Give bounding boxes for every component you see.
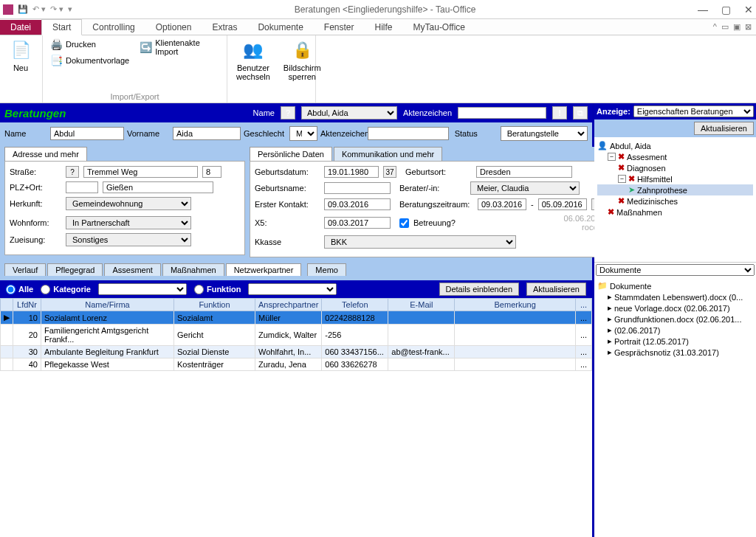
zeitraum-bis-input[interactable] (538, 198, 587, 210)
tree-zahnprothese[interactable]: ➤Zahnprothese (597, 184, 753, 195)
header-az-input[interactable] (458, 107, 546, 119)
qat-undo-icon[interactable]: ↶ ▾ (32, 4, 46, 14)
gebname-input[interactable] (324, 182, 391, 194)
kontakt-input[interactable] (324, 198, 391, 210)
maximize-icon[interactable]: ▢ (721, 4, 731, 15)
form-vorname-input[interactable] (173, 127, 241, 140)
dokumente-select[interactable]: Dokumente (596, 264, 755, 276)
delete-icon[interactable]: ✖ (618, 163, 625, 173)
filter-alle-radio[interactable] (6, 285, 16, 294)
tab-controlling[interactable]: Controlling (82, 20, 145, 35)
tab-adresse[interactable]: Adresse und mehr (4, 147, 87, 161)
dokumentvorlage-button[interactable]: 📑Dokumentvorlage (49, 53, 131, 68)
tab-optionen[interactable]: Optionen (145, 20, 202, 35)
tree-diagnosen[interactable]: ✖Diagnosen (597, 162, 753, 173)
gebdatum-input[interactable] (324, 166, 379, 178)
subtab-verlauf[interactable]: Verlauf (4, 263, 46, 276)
subtab-massnahmen[interactable]: Maßnahmen (162, 263, 224, 276)
file-tab[interactable]: Datei (0, 20, 41, 35)
header-name-select[interactable]: Abdul, Aida (301, 106, 397, 119)
benutzer-wechseln-button[interactable]: 👥Benutzer wechseln (233, 37, 273, 83)
anzeige-select[interactable]: Eigenschaften Beratungen (633, 105, 754, 117)
tree-assesment[interactable]: −✖Assesment (597, 151, 753, 162)
form-az-input[interactable] (368, 127, 449, 140)
table-row[interactable]: 40 Pflegekasse West Kostenträger Zuradu,… (1, 358, 592, 371)
kkasse-select[interactable]: BKK (324, 235, 516, 249)
org-chart-button[interactable]: ⧉ (573, 106, 588, 119)
az-alert-button[interactable]: ! (552, 106, 567, 119)
gebort-input[interactable] (476, 166, 572, 178)
tab-dokumente[interactable]: Dokumente (247, 20, 313, 35)
tree-massnahmen[interactable]: ✖Maßnahmen (597, 207, 753, 218)
strasse-input[interactable] (83, 166, 198, 178)
table-row[interactable]: 20 Familiengericht Amtgsgericht Frankf..… (1, 325, 592, 346)
strasse-help-button[interactable]: ? (66, 166, 79, 178)
doc-item[interactable]: ▸(02.06.2017) (597, 325, 753, 336)
zeitraum-von-input[interactable] (478, 198, 526, 210)
delete-icon[interactable]: ✖ (618, 196, 625, 206)
form-name-input[interactable] (50, 127, 124, 140)
tab-fenster[interactable]: Fenster (314, 20, 365, 35)
col-funktion[interactable]: Funktion (174, 299, 255, 311)
drucken-button[interactable]: 🖨️Drucken (49, 37, 131, 52)
col-ansprechpartner[interactable]: Ansprechpartner (255, 299, 322, 311)
berater-select[interactable]: Meier, Claudia (470, 181, 580, 195)
tree-hilfsmittel[interactable]: −✖Hilfsmittel (597, 173, 753, 184)
qat-save-icon[interactable]: 💾 (18, 4, 28, 14)
subtab-assesment[interactable]: Assesment (104, 263, 160, 276)
subtab-netzwerkpartner[interactable]: Netzwerkpartner (226, 263, 302, 276)
table-row[interactable]: 30 Ambulante Begleitung Frankfurt Sozial… (1, 346, 592, 358)
ort-input[interactable] (103, 181, 213, 193)
right-aktualisieren-button[interactable]: Aktualisieren (694, 122, 754, 135)
tab-extras[interactable]: Extras (202, 20, 247, 35)
details-button[interactable]: Details einblenden (439, 283, 520, 296)
filter-funktion-select[interactable] (248, 283, 337, 295)
zueisung-select[interactable]: Sonstiges (66, 233, 191, 246)
plz-input[interactable] (66, 181, 98, 193)
row-more-button[interactable]: ... (576, 346, 592, 358)
doc-root[interactable]: 📁Dokumente (597, 280, 753, 291)
wohnform-select[interactable]: In Partnerschaft (66, 216, 191, 229)
subtab-memo[interactable]: Memo (307, 263, 346, 276)
doc-item[interactable]: ▸neue Vorlage.docx (02.06.2017) (597, 302, 753, 313)
ribbon-collapse-icon[interactable]: ^ (713, 22, 717, 32)
col-more[interactable]: ... (576, 299, 592, 311)
col-lfdnr[interactable]: LfdNr (13, 299, 41, 311)
doc-item[interactable]: ▸Grundfunktionen.docx (02.06.201... (597, 313, 753, 325)
tab-kommunikation[interactable]: Kommunikation und mehr (334, 147, 442, 161)
betreuung-checkbox[interactable] (399, 218, 409, 228)
col-telefon[interactable]: Telefon (322, 299, 388, 311)
row-more-button[interactable]: ... (576, 325, 592, 346)
tab-start[interactable]: Start (41, 19, 82, 35)
col-bemerkung[interactable]: Bemerkung (455, 299, 576, 311)
col-email[interactable]: E-Mail (388, 299, 455, 311)
name-help-button[interactable]: ? (281, 106, 295, 119)
qat-redo-icon[interactable]: ↷ ▾ (50, 4, 63, 14)
hausnr-input[interactable] (202, 166, 221, 178)
row-more-button[interactable]: ... (576, 358, 592, 371)
collapse-icon[interactable]: − (608, 153, 616, 161)
herkunft-select[interactable]: Gemeindewohnung (66, 197, 191, 210)
tab-mytau[interactable]: MyTau-Office (403, 20, 475, 35)
filter-funktion-radio[interactable] (194, 285, 204, 294)
tab-persdaten[interactable]: Persönliche Daten (250, 147, 332, 161)
neu-button[interactable]: 📄Neu (6, 37, 35, 74)
col-name[interactable]: Name/Firma (41, 299, 174, 311)
doc-item[interactable]: ▸Stammdaten Lebenswert).docx (0... (597, 291, 753, 302)
klientenakte-import-button[interactable]: ↪️Klientenakte Import (138, 37, 221, 58)
tree-root[interactable]: 👤Abdul, Aida (597, 140, 753, 151)
delete-icon[interactable]: ✖ (618, 152, 625, 162)
row-more-button[interactable]: ... (576, 311, 592, 325)
form-status-select[interactable]: Beratungstelle (501, 126, 588, 141)
form-geschlecht-select[interactable]: M (289, 126, 317, 141)
bildschirm-sperren-button[interactable]: 🔒Bildschirm sperren (281, 37, 324, 83)
delete-icon[interactable]: ✖ (628, 174, 635, 184)
filter-kategorie-radio[interactable] (41, 285, 50, 294)
doc-item[interactable]: ▸Portrait (12.05.2017) (597, 336, 753, 347)
ribbon-max-icon[interactable]: ▣ (733, 22, 740, 32)
table-row[interactable]: ▶ 10 Sozialamt Lorenz Sozialamt Müller 0… (1, 311, 592, 325)
ribbon-close-icon[interactable]: ⊠ (745, 22, 752, 32)
tab-hilfe[interactable]: Hilfe (365, 20, 403, 35)
delete-icon[interactable]: ✖ (608, 207, 614, 217)
doc-item[interactable]: ▸Gesprächsnotiz (31.03.2017) (597, 347, 753, 358)
